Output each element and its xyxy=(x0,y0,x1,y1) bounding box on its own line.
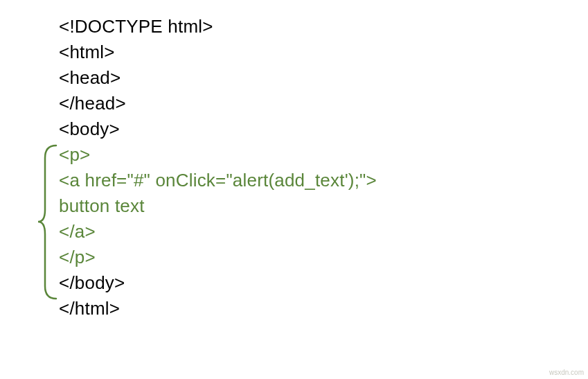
code-line-9: </a> xyxy=(59,219,588,245)
code-line-6: <p> xyxy=(59,142,588,168)
code-line-8: button text xyxy=(59,193,588,219)
watermark-text: wsxdn.com xyxy=(549,369,584,376)
code-line-3: <head> xyxy=(59,65,588,91)
code-line-4: </head> xyxy=(59,91,588,116)
code-line-10: </p> xyxy=(59,245,588,270)
code-line-12: </html> xyxy=(59,296,588,321)
code-line-1: <!DOCTYPE html> xyxy=(59,14,588,39)
code-line-11: </body> xyxy=(59,270,588,296)
left-curly-bracket-icon xyxy=(37,144,56,300)
code-line-5: <body> xyxy=(59,116,588,142)
code-line-2: <html> xyxy=(59,39,588,65)
code-line-7: <a href="#" onClick="alert(add_text');"> xyxy=(59,168,588,193)
